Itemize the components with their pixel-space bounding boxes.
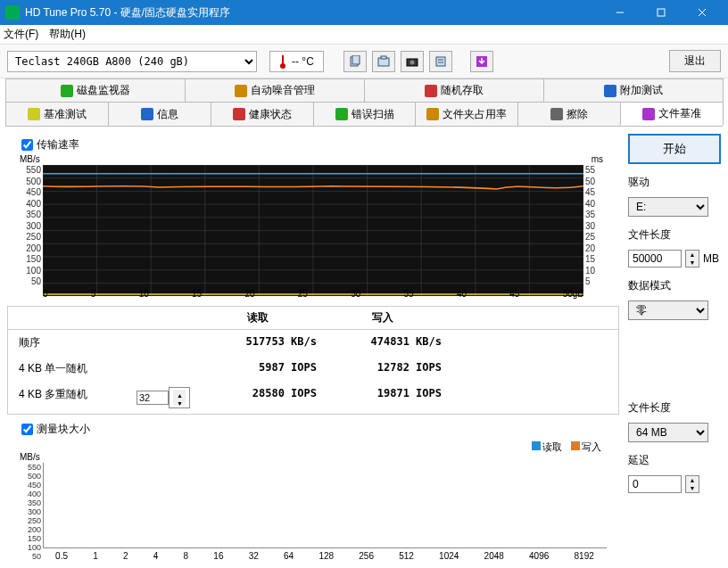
tab-info[interactable]: 信息 <box>108 102 211 126</box>
drive-select[interactable]: E: <box>628 197 708 217</box>
disk-monitor-icon <box>61 85 73 97</box>
tab-label: 擦除 <box>567 107 588 122</box>
data-mode-label: 数据模式 <box>628 278 721 293</box>
tab-label: 错误扫描 <box>352 107 394 122</box>
svg-rect-12 <box>436 57 445 66</box>
tab-label: 随机存取 <box>441 83 484 98</box>
write-value: 474831 KB/s <box>320 333 445 352</box>
save-icon[interactable] <box>470 51 493 72</box>
tab-error-scan[interactable]: 错误扫描 <box>313 102 417 126</box>
main-panel: 传输速率 MB/s ms 550500450400350300250200150… <box>7 134 619 561</box>
y-right-ticks: 555045403530252015105 <box>585 165 610 286</box>
tab-auto-noise[interactable]: 自动噪音管理 <box>185 78 365 102</box>
close-button[interactable] <box>682 0 723 25</box>
transfer-rate-chart: MB/s ms 55050045040035030025020015010050… <box>16 156 610 299</box>
maximize-button[interactable] <box>641 0 682 25</box>
legend-read-label: 读取 <box>542 441 562 452</box>
auto-noise-icon <box>235 85 247 97</box>
tab-label: 文件基准 <box>658 106 701 121</box>
data-mode-select[interactable]: 零 <box>628 300 708 320</box>
thermometer-icon <box>279 54 286 69</box>
block-size-checkbox-row[interactable]: 测量块大小 <box>7 418 619 440</box>
tab-label: 文件夹占用率 <box>443 107 507 122</box>
delay-spinner[interactable]: ▲▼ <box>685 475 699 493</box>
app-icon <box>5 5 20 20</box>
bar-plot <box>43 463 607 548</box>
y-left-unit: MB/s <box>20 154 40 164</box>
erase-icon <box>550 108 563 120</box>
menu-file[interactable]: 文件(F) <box>4 27 38 42</box>
svg-point-11 <box>410 60 414 64</box>
file-length-spinner[interactable]: ▲▼ <box>685 250 699 268</box>
tab-health[interactable]: 健康状态 <box>211 102 314 126</box>
svg-rect-7 <box>352 55 360 64</box>
tab-extra-tests[interactable]: 附加测试 <box>543 78 724 102</box>
file-length-input[interactable] <box>628 250 682 268</box>
title-bar: HD Tune Pro 5.70 - 硬盘/固态硬盘实用程序 <box>0 0 728 25</box>
device-select[interactable]: Teclast 240GB A800 (240 gB) <box>7 51 257 72</box>
tab-benchmark[interactable]: 基准测试 <box>5 102 109 126</box>
tab-label: 磁盘监视器 <box>77 83 130 98</box>
result-row: 4 KB 单一随机5987 IOPS12782 IOPS <box>8 356 618 382</box>
file-length2-select[interactable]: 64 MB <box>628 423 708 442</box>
result-row: 4 KB 多重随机▲▼28580 IOPS19871 IOPS <box>8 382 618 414</box>
exit-button[interactable]: 退出 <box>669 50 721 72</box>
file-length-label: 文件长度 <box>628 227 721 243</box>
folder-usage-icon <box>426 108 439 120</box>
extra-tests-icon <box>604 85 616 97</box>
legend-write-swatch <box>571 441 580 450</box>
options-icon[interactable] <box>429 51 452 72</box>
copy-info-icon[interactable] <box>343 51 367 72</box>
health-icon <box>233 108 245 120</box>
legend-write-label: 写入 <box>582 441 601 452</box>
results-header: 读取 写入 <box>8 307 618 330</box>
read-value: 5987 IOPS <box>195 359 320 378</box>
screenshot-icon[interactable] <box>401 51 424 72</box>
block-size-checkbox[interactable] <box>21 424 33 435</box>
file-length2-label: 文件长度 <box>628 400 721 416</box>
tab-label: 附加测试 <box>620 83 663 98</box>
block-size-chart: MB/s 55050045040035030025020015010050 0.… <box>16 454 610 561</box>
multi-queue-spinner[interactable]: ▲▼ <box>169 387 190 408</box>
results-table: 读取 写入 顺序517753 KB/s474831 KB/s4 KB 单一随机5… <box>7 306 619 415</box>
transfer-rate-label: 传输速率 <box>37 137 79 152</box>
drive-label: 驱动 <box>628 175 721 190</box>
tab-disk-monitor[interactable]: 磁盘监视器 <box>5 78 186 102</box>
tab-folder-usage[interactable]: 文件夹占用率 <box>415 102 518 126</box>
tab-erase[interactable]: 擦除 <box>517 102 621 126</box>
x-axis-ticks: 05101520253035404550gB <box>43 289 583 299</box>
x2-ticks: 0.512481632641282565121024204840968192 <box>43 551 607 561</box>
info-icon <box>141 108 153 120</box>
tab-file-benchmark[interactable]: 文件基准 <box>620 102 724 126</box>
side-panel: 开始 驱动 E: 文件长度 ▲▼ MB 数据模式 零 文件长度 64 MB 延迟… <box>628 134 721 561</box>
transfer-rate-checkbox-row[interactable]: 传输速率 <box>7 134 619 156</box>
window-title: HD Tune Pro 5.70 - 硬盘/固态硬盘实用程序 <box>25 5 600 21</box>
file-length-unit: MB <box>703 252 719 265</box>
bars-container <box>44 463 607 547</box>
tabs-row-2: 基准测试信息健康状态错误扫描文件夹占用率擦除文件基准 <box>5 102 723 127</box>
y-left-ticks: 55050045040035030025020015010050 <box>16 165 41 286</box>
benchmark-icon <box>28 108 40 120</box>
menu-help[interactable]: 帮助(H) <box>49 27 86 42</box>
read-value: 517753 KB/s <box>195 333 320 352</box>
start-button[interactable]: 开始 <box>628 134 721 164</box>
content-area: 传输速率 MB/s ms 550500450400350300250200150… <box>0 127 728 568</box>
col-read: 读取 <box>195 307 320 329</box>
delay-label: 延迟 <box>628 453 721 468</box>
tab-random-access[interactable]: 随机存取 <box>364 78 544 102</box>
row-label: 4 KB 多重随机 <box>8 385 133 410</box>
svg-rect-1 <box>658 9 665 16</box>
delay-input[interactable] <box>628 475 682 493</box>
multi-queue-input[interactable] <box>136 391 169 405</box>
toolbar: Teclast 240GB A800 (240 gB) -- °C 退出 <box>0 45 728 78</box>
result-row: 顺序517753 KB/s474831 KB/s <box>8 330 618 356</box>
svg-rect-9 <box>381 56 386 59</box>
copy-screenshot-icon[interactable] <box>372 51 395 72</box>
tabs-row-1: 磁盘监视器自动噪音管理随机存取附加测试 <box>5 78 723 103</box>
chart2-legend: 读取 写入 <box>7 440 619 454</box>
transfer-rate-checkbox[interactable] <box>21 139 33 151</box>
y2-ticks: 55050045040035030025020015010050 <box>16 463 41 548</box>
block-size-label: 测量块大小 <box>37 422 90 437</box>
minimize-button[interactable] <box>600 0 641 25</box>
row-label: 4 KB 单一随机 <box>8 359 133 378</box>
